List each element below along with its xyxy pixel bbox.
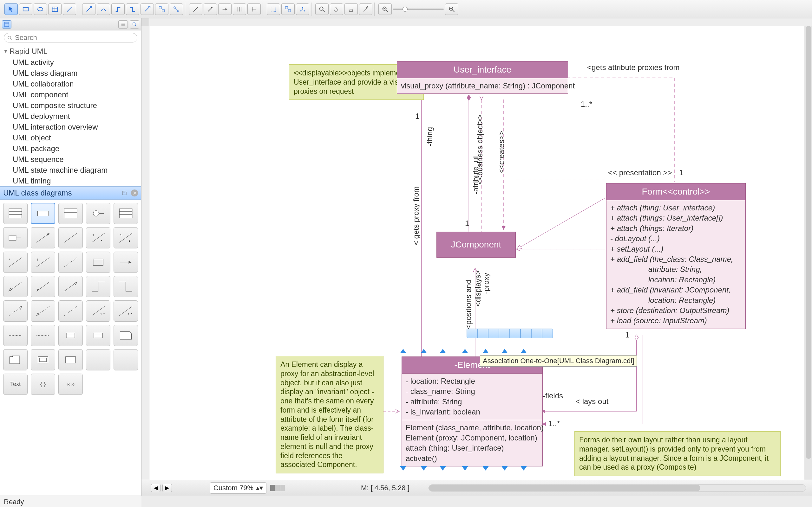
palette-item[interactable] [58, 251, 83, 273]
palette-item[interactable] [58, 227, 83, 248]
palette-item[interactable] [58, 325, 83, 346]
page-next[interactable]: ▶ [162, 484, 172, 492]
tree-item[interactable]: UML timing [0, 176, 141, 186]
conn-3[interactable] [111, 3, 125, 15]
palette-item[interactable] [86, 349, 110, 371]
conn-6[interactable] [155, 3, 168, 15]
tree-item[interactable]: UML object [0, 132, 141, 143]
palette-item[interactable] [113, 349, 138, 371]
conn-4[interactable] [126, 3, 139, 15]
conn-5[interactable] [141, 3, 154, 15]
search-toggle-icon[interactable] [130, 20, 139, 29]
palette-item[interactable] [113, 276, 138, 297]
palette-item[interactable] [86, 203, 110, 224]
uml-note-element[interactable]: An Element can display a proxy for an ab… [275, 356, 384, 473]
palette-item-text[interactable]: Text [3, 374, 28, 395]
zoom-hand-1[interactable] [315, 3, 328, 15]
conn-2[interactable] [97, 3, 110, 15]
uml-class-user-interface[interactable]: User_interface visual_proxy (attribute_n… [397, 61, 568, 94]
palette-item[interactable] [3, 300, 28, 322]
page-prev[interactable]: ◀ [151, 484, 160, 492]
zoom-readout[interactable]: Custom 79%▴▾ [210, 482, 266, 494]
palette-item[interactable] [3, 349, 28, 371]
horizontal-scrollbar[interactable] [428, 485, 806, 492]
tree-header[interactable]: ▼Rapid UML [0, 46, 141, 57]
palette-item[interactable] [3, 203, 28, 224]
edit-3[interactable] [218, 3, 232, 15]
palette-item[interactable] [113, 203, 138, 224]
palette-item[interactable] [31, 203, 55, 224]
palette-item[interactable]: 11 [113, 227, 138, 248]
palette-item[interactable] [86, 251, 110, 273]
palette-save-icon[interactable] [121, 189, 128, 196]
edit-4[interactable] [233, 3, 246, 15]
tooltip: Association One-to-One[UML Class Diagram… [480, 355, 637, 367]
conn-1[interactable] [82, 3, 96, 15]
diagram-canvas[interactable]: <<displayable>>objects implement User_in… [149, 26, 804, 482]
search-input[interactable] [4, 33, 137, 43]
layout-3[interactable] [296, 3, 309, 15]
uml-class-form[interactable]: Form<<control>> + attach (thing: User_in… [606, 183, 746, 329]
tree-item[interactable]: UML deployment [0, 111, 141, 122]
svg-line-42 [10, 39, 12, 40]
palette-item[interactable] [31, 227, 55, 248]
uml-class-jcomponent[interactable]: JComponent [437, 232, 516, 258]
list-view-icon[interactable] [118, 20, 128, 29]
library-tab-icon[interactable] [2, 20, 11, 29]
line-tool[interactable] [63, 3, 76, 15]
palette-item[interactable]: « » [58, 374, 83, 395]
palette-item[interactable]: * [3, 251, 28, 273]
palette-item[interactable] [31, 349, 55, 371]
palette-item[interactable] [113, 251, 138, 273]
palette-item[interactable]: { } [31, 374, 55, 395]
palette-item[interactable] [31, 276, 55, 297]
zoom-out[interactable] [378, 3, 392, 15]
conn-7[interactable] [170, 3, 183, 15]
zoom-hand-4[interactable] [359, 3, 372, 15]
palette-item[interactable]: 1 [31, 251, 55, 273]
tree-item[interactable]: UML sequence [0, 154, 141, 165]
tree-item[interactable]: UML activity [0, 57, 141, 68]
zoom-hand-2[interactable] [330, 3, 343, 15]
tree-item[interactable]: UML state machine diagram [0, 165, 141, 176]
tree-item[interactable]: UML package [0, 143, 141, 154]
palette-item[interactable] [31, 325, 55, 346]
layout-1[interactable] [267, 3, 280, 15]
svg-marker-77 [37, 288, 39, 291]
palette-item[interactable]: 1..* [113, 300, 138, 322]
zoom-in[interactable] [445, 3, 458, 15]
palette-close-icon[interactable]: ✕ [131, 189, 138, 196]
palette-item[interactable]: 1..* [86, 300, 110, 322]
edit-2[interactable] [204, 3, 217, 15]
palette-item[interactable] [3, 325, 28, 346]
palette-item[interactable] [3, 227, 28, 248]
edit-1[interactable] [189, 3, 202, 15]
palette-item[interactable] [86, 325, 110, 346]
rect-tool[interactable] [19, 3, 32, 15]
edit-5[interactable] [247, 3, 261, 15]
palette-item[interactable] [58, 276, 83, 297]
tree-item[interactable]: UML composite structure [0, 100, 141, 111]
palette-item[interactable] [58, 203, 83, 224]
zoom-hand-3[interactable] [345, 3, 358, 15]
palette-item[interactable] [86, 276, 110, 297]
tree-item[interactable]: UML class diagram [0, 68, 141, 78]
tree-item[interactable]: UML collaboration [0, 78, 141, 89]
palette-item[interactable] [58, 349, 83, 371]
pointer-tool[interactable] [4, 3, 18, 15]
selection-mini-toolbar[interactable] [467, 329, 553, 338]
palette-item[interactable]: 1* [86, 227, 110, 248]
palette-item[interactable] [3, 276, 28, 297]
palette-item[interactable] [31, 300, 55, 322]
zoom-slider[interactable] [393, 9, 444, 10]
uml-class-element[interactable]: -Element - location: Rectangle - class_n… [402, 356, 543, 466]
ellipse-tool[interactable] [34, 3, 47, 15]
layout-2[interactable] [281, 3, 295, 15]
table-tool[interactable] [48, 3, 61, 15]
tree-item[interactable]: UML interaction overview [0, 122, 141, 132]
uml-note-form[interactable]: Forms do their own layout rather than us… [574, 431, 780, 476]
palette-item[interactable] [113, 325, 138, 346]
tree-item[interactable]: UML component [0, 89, 141, 100]
vertical-scrollbar[interactable] [805, 26, 812, 482]
palette-item[interactable] [58, 300, 83, 322]
